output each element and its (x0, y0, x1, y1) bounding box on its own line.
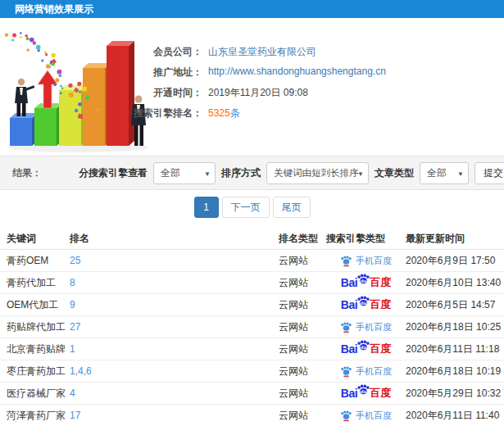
engine-select[interactable]: 全部 ▼ (153, 162, 216, 184)
rank-link[interactable]: 17 (70, 410, 80, 421)
table-row: OEM代加工9云网站Baidu百度2020年6月5日 14:57 (0, 294, 504, 316)
mobile-baidu-label: 手机百度 (356, 255, 392, 267)
keyword-cell: OEM代加工 (0, 298, 70, 312)
rank-type-cell: 云网站 (279, 342, 326, 356)
baidu-logo-cn: 百度 (370, 386, 391, 401)
pagination: 1 下一页 尾页 (0, 197, 504, 218)
submit-button[interactable]: 提交 (474, 162, 504, 184)
next-page-button[interactable]: 下一页 (222, 197, 270, 218)
keyword-cell: 枣庄膏药加工 (0, 365, 70, 378)
open-time-value: 2019年11月20日 09:08 (208, 86, 308, 100)
mobile-baidu-paw-icon (340, 410, 352, 422)
page-1-button[interactable]: 1 (194, 197, 219, 218)
table-body: 膏药OEM25云网站手机百度2020年6月9日 17:50膏药代加工8云网站Ba… (0, 250, 504, 426)
result-label: 结果： (12, 166, 42, 180)
svg-text:du: du (361, 389, 367, 394)
last-page-button[interactable]: 尾页 (273, 197, 311, 218)
info-row-open-time: 开通时间： 2019年11月20日 09:08 (0, 86, 393, 99)
keyword-cell: 医疗器械厂家 (0, 387, 70, 401)
table-row: 菏泽膏药厂家17云网站手机百度2020年6月11日 11:40 (0, 405, 504, 426)
rank-type-cell: 云网站 (279, 387, 326, 401)
info-row-rank-count: 搜索引擎排名： 5325条 (0, 106, 393, 120)
article-type-label: 文章类型 (375, 166, 414, 180)
mobile-baidu-logo: 手机百度 (340, 365, 392, 378)
baidu-paw-icon: du (356, 383, 370, 400)
info-row-url: 推广地址： http://www.shandonghuangshengtang.… (0, 66, 393, 79)
table-row: 医疗器械厂家4云网站Baidu百度2020年5月29日 10:32 (0, 383, 504, 405)
rank-link[interactable]: 1 (70, 343, 75, 355)
mobile-baidu-logo: 手机百度 (340, 321, 392, 333)
engine-type-cell: Baidu百度 (326, 297, 406, 313)
baidu-paw-icon: du (356, 339, 370, 356)
engine-type-cell: Baidu百度 (326, 274, 406, 291)
rank-link[interactable]: 25 (70, 255, 80, 266)
rank-count-label: 搜索引擎排名： (98, 106, 202, 120)
article-type-select-value: 全部 (427, 166, 447, 180)
rank-link[interactable]: 8 (70, 277, 75, 288)
info-row-company: 会员公司： 山东皇圣堂药业有限公司 (0, 45, 393, 58)
baidu-logo-bai: Bai (341, 342, 357, 356)
rank-cell: 1 (70, 343, 279, 355)
rank-type-cell: 云网站 (279, 320, 326, 334)
rank-cell: 1,4,6 (70, 365, 279, 377)
rank-link[interactable]: 27 (70, 321, 80, 333)
update-time-cell: 2020年5月29日 10:32 (406, 387, 504, 401)
open-time-label: 开通时间： (98, 86, 202, 100)
sort-select[interactable]: 关键词由短到长排序 ▼ (266, 162, 369, 184)
col-header-rank: 排名 (70, 232, 279, 246)
chevron-down-icon: ▼ (457, 170, 464, 178)
company-link[interactable]: 山东皇圣堂药业有限公司 (208, 45, 316, 59)
baidu-paw-icon: du (356, 295, 370, 311)
update-time-cell: 2020年6月18日 10:19 (406, 365, 504, 378)
svg-text:du: du (361, 279, 367, 283)
table-row: 北京膏药贴牌1云网站Baidu百度2020年6月11日 11:18 (0, 338, 504, 360)
table-row: 药贴牌代加工27云网站手机百度2020年6月18日 10:25 (0, 316, 504, 338)
rank-link[interactable]: 4 (70, 387, 75, 399)
mobile-baidu-paw-icon (340, 255, 352, 267)
results-table: 关键词 排名 排名类型 搜索引擎类型 最新更新时间 膏药OEM25云网站手机百度… (0, 228, 504, 426)
col-header-engine-type: 搜索引擎类型 (326, 232, 406, 246)
sort-select-value: 关键词由短到长排序 (274, 167, 359, 179)
baidu-logo-bai: Bai (341, 276, 357, 289)
col-header-rank-type: 排名类型 (279, 232, 326, 246)
baidu-logo-bai: Bai (341, 298, 357, 311)
rank-type-cell: 云网站 (279, 298, 326, 312)
rank-count-value: 5325条 (208, 106, 240, 120)
article-type-select[interactable]: 全部 ▼ (420, 162, 469, 184)
table-header-row: 关键词 排名 排名类型 搜索引擎类型 最新更新时间 (0, 228, 504, 250)
rank-type-cell: 云网站 (279, 365, 326, 378)
page: 网络营销效果展示 会员公司： 山东皇圣堂药业有限公司 推广地址： http://… (0, 0, 504, 426)
col-header-keyword: 关键词 (0, 232, 70, 246)
rank-cell: 25 (70, 255, 279, 266)
mobile-baidu-paw-icon (340, 365, 352, 378)
update-time-cell: 2020年6月5日 14:57 (406, 298, 504, 312)
keyword-cell: 膏药代加工 (0, 276, 70, 290)
rank-link[interactable]: 1,4,6 (70, 365, 92, 377)
table-row: 枣庄膏药加工1,4,6云网站手机百度2020年6月18日 10:19 (0, 360, 504, 383)
rank-count-number: 5325 (208, 107, 230, 119)
update-time-cell: 2020年6月18日 10:25 (406, 320, 504, 334)
filter-controls: 分搜索引擎查看 全部 ▼ 排序方式 关键词由短到长排序 ▼ 文章类型 全部 ▼ … (79, 162, 504, 184)
update-time-cell: 2020年6月11日 11:40 (406, 409, 504, 423)
keyword-cell: 膏药OEM (0, 254, 70, 268)
mobile-baidu-label: 手机百度 (356, 410, 392, 422)
promo-url-label: 推广地址： (98, 66, 202, 79)
rank-link[interactable]: 9 (70, 299, 75, 310)
engine-select-value: 全部 (161, 166, 180, 180)
baidu-logo-cn: 百度 (370, 275, 391, 290)
table-row: 膏药代加工8云网站Baidu百度2020年6月10日 13:40 (0, 272, 504, 294)
update-time-cell: 2020年6月9日 17:50 (406, 254, 504, 268)
baidu-logo-cn: 百度 (370, 342, 391, 356)
rank-cell: 9 (70, 299, 279, 310)
engine-filter-label: 分搜索引擎查看 (79, 166, 148, 180)
table-row: 膏药OEM25云网站手机百度2020年6月9日 17:50 (0, 250, 504, 272)
engine-type-cell: Baidu百度 (326, 385, 406, 401)
promo-url-link[interactable]: http://www.shandonghuangshengtang.cn (208, 66, 386, 77)
rank-type-cell: 云网站 (279, 254, 326, 268)
engine-type-cell: 手机百度 (326, 255, 406, 267)
rank-cell: 8 (70, 277, 279, 288)
baidu-logo-bai: Bai (341, 387, 357, 400)
update-time-cell: 2020年6月11日 11:18 (406, 342, 504, 356)
chevron-down-icon: ▼ (357, 170, 364, 178)
baidu-logo: Baidu百度 (341, 385, 391, 401)
